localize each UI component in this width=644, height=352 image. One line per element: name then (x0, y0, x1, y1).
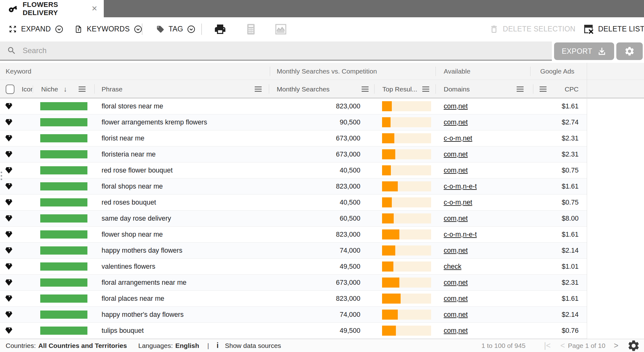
delete-list-label: DELETE LIST (598, 25, 644, 33)
print-button[interactable] (214, 17, 226, 41)
domains-menu-icon[interactable] (517, 80, 524, 98)
table-row[interactable]: flower arrangements kremp flowers 90,500… (0, 114, 587, 130)
column-header-top-results[interactable]: Top Resul... (382, 80, 417, 98)
competition-bar-fill (382, 197, 392, 207)
table-row[interactable]: floral places near me 823,000 com, net $… (0, 291, 587, 307)
phrase-menu-icon[interactable] (255, 80, 262, 98)
domain-link[interactable]: net (458, 327, 468, 335)
search-field[interactable] (0, 41, 552, 61)
table-row[interactable]: floral shops near me 823,000 c-o-m, n-e-… (0, 179, 587, 195)
search-input[interactable] (22, 46, 552, 55)
domain-link[interactable]: net (458, 279, 468, 287)
show-data-sources-link[interactable]: Show data sources (225, 342, 281, 349)
competition-bar (382, 326, 431, 336)
domain-link[interactable]: check (444, 263, 461, 271)
table-row[interactable]: flower shop near me 823,000 c-o-m, n-e-t… (0, 227, 587, 243)
domain-link[interactable]: net (458, 102, 468, 110)
monthly-searches-menu-icon[interactable] (362, 80, 369, 98)
column-header-icon[interactable]: Icon (22, 80, 32, 98)
available-domains: com, net (444, 114, 468, 130)
domain-link[interactable]: n-e-t (463, 231, 477, 239)
select-all-checkbox[interactable] (6, 80, 14, 98)
domain-link[interactable]: c-o-m (444, 183, 461, 190)
keyword-phrase: red rose flower bouquet (102, 162, 173, 178)
domain-link[interactable]: net (458, 167, 468, 174)
domain-link[interactable]: com (444, 247, 457, 255)
domain-link[interactable]: c-o-m (444, 135, 461, 142)
column-header-niche[interactable]: Niche (41, 80, 58, 98)
domain-link[interactable]: c-o-m (444, 199, 461, 206)
chevron-down-circle-icon (187, 25, 195, 33)
expand-button[interactable]: EXPAND (8, 17, 63, 41)
gear-icon (624, 46, 635, 57)
monthly-searches-value: 823,000 (277, 227, 360, 242)
domain-link[interactable]: net (458, 151, 468, 158)
column-header-domains[interactable]: Domains (444, 80, 470, 98)
keyword-gem-icon (5, 162, 13, 178)
domain-link[interactable]: net (458, 215, 468, 223)
keyword-phrase: florist near me (102, 130, 144, 146)
table-row[interactable]: florist near me 673,000 c-o-m, net $2.31 (0, 130, 587, 146)
domain-link[interactable]: net (458, 295, 468, 303)
table-row[interactable]: tulips bouquet 49,500 com, net $0.76 (0, 323, 587, 339)
domain-link[interactable]: n-e-t (463, 183, 477, 190)
table-row[interactable]: red roses bouquet 40,500 c-o-m, net $0.7… (0, 195, 587, 211)
tab-close-icon[interactable]: ✕ (92, 4, 97, 13)
domain-link[interactable]: net (458, 118, 468, 126)
table-row[interactable]: floristeria near me 673,000 com, net $2.… (0, 146, 587, 162)
table-row[interactable]: red rose flower bouquet 40,500 com, net … (0, 162, 587, 179)
tag-button[interactable]: TAG (156, 17, 195, 41)
table-row[interactable]: floral stores near me 823,000 com, net $… (0, 98, 587, 114)
domain-link[interactable]: com (444, 279, 457, 287)
drag-handle[interactable] (1, 172, 3, 183)
domain-link[interactable]: com (444, 311, 457, 319)
competition-bar-fill (382, 213, 394, 223)
column-header-cpc[interactable]: CPC (553, 80, 579, 98)
domain-link[interactable]: com (444, 102, 457, 110)
next-page-icon[interactable]: > (614, 339, 619, 352)
table-row[interactable]: happy mother's day flowers 74,000 com, n… (0, 307, 587, 323)
settings-button[interactable] (616, 42, 643, 60)
sort-desc-icon[interactable]: ↓ (64, 80, 67, 98)
domain-link[interactable]: com (444, 295, 457, 303)
tab-bar: FLOWERS DELIVERY ✕ (0, 0, 644, 17)
keyword-phrase: floral places near me (102, 291, 164, 306)
delete-list-button[interactable]: DELETE LIST (583, 17, 644, 41)
domain-link[interactable]: net (458, 311, 468, 319)
domain-link[interactable]: com (444, 151, 457, 158)
top-results-menu-icon[interactable] (422, 80, 429, 98)
tab-flowers-delivery[interactable]: FLOWERS DELIVERY ✕ (0, 0, 104, 17)
domain-link[interactable]: com (444, 167, 457, 174)
keyword-phrase: happy mothers day flowers (102, 243, 182, 258)
competition-bar (382, 181, 431, 191)
keyword-gem-icon (5, 98, 13, 114)
niche-bar (40, 262, 87, 271)
domain-link[interactable]: net (463, 135, 472, 142)
domain-link[interactable]: com (444, 215, 457, 223)
monthly-searches-value: 74,000 (277, 243, 360, 258)
domain-link[interactable]: net (458, 247, 468, 255)
cpc-value: $8.00 (535, 211, 579, 226)
domain-link[interactable]: com (444, 118, 457, 126)
keywords-button[interactable]: T KEYWORDS (74, 17, 142, 41)
table-row[interactable]: valentines flowers 49,500 check $1.01 (0, 259, 587, 275)
table-row[interactable]: same day rose delivery 60,500 com, net $… (0, 211, 587, 227)
available-domains: c-o-m, n-e-t (444, 227, 477, 242)
cpc-value: $2.31 (535, 275, 579, 290)
tag-icon (156, 25, 164, 33)
keyword-gem-icon (5, 307, 13, 322)
domain-link[interactable]: c-o-m (444, 231, 461, 239)
table-row[interactable]: happy mothers day flowers 74,000 com, ne… (0, 243, 587, 259)
footer-settings-button[interactable] (626, 339, 641, 352)
domain-link[interactable]: com (444, 327, 457, 335)
cpc-menu-icon[interactable] (540, 80, 547, 98)
niche-menu-icon[interactable] (79, 80, 86, 98)
column-header-monthly-searches[interactable]: Monthly Searches (277, 80, 330, 98)
column-header-phrase[interactable]: Phrase (102, 80, 123, 98)
expand-label: EXPAND (21, 25, 51, 33)
competition-bar-fill (382, 101, 392, 111)
printer-icon (214, 23, 226, 36)
table-row[interactable]: floral arrangements near me 673,000 com,… (0, 275, 587, 291)
export-button[interactable]: EXPORT (554, 42, 614, 60)
domain-link[interactable]: net (463, 199, 472, 206)
